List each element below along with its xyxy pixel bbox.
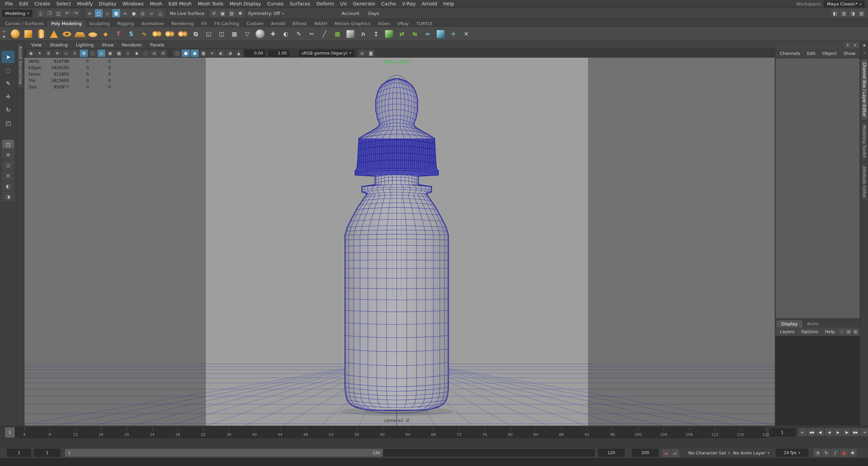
select-tool[interactable]: ➤ [2,51,15,63]
shelf-tab-fx[interactable]: FX [198,20,211,27]
shelf-tab-mash[interactable]: MASH [311,20,331,27]
menu-mesh-display[interactable]: Mesh Display [226,0,264,7]
channel-menu-channels[interactable]: Channels [776,51,804,56]
account-label[interactable]: Account [341,11,359,16]
channel-menu-show[interactable]: Show [840,51,859,56]
gate-mask-icon[interactable]: ▣ [106,49,114,57]
image-plane-icon[interactable]: ▭ [62,49,70,57]
shelf-tab-rendering[interactable]: Rendering [167,20,197,27]
poly-platonic-icon[interactable]: ◆ [99,28,112,40]
redo-icon[interactable]: ↷ [72,9,80,17]
anti-aliasing-icon[interactable]: ▲ [235,49,243,57]
bridge-icon[interactable]: ∩ [357,28,369,40]
channel-menu-object[interactable]: Object [819,51,840,56]
menu-curves[interactable]: Curves [264,0,287,7]
panel-menu-renderer[interactable]: Renderer [118,42,146,47]
character-set-dropdown[interactable]: No Character Set [688,447,730,459]
curve-editing-toggle-icon[interactable]: ◧ [831,9,839,17]
exposure-field[interactable]: 0.00 [244,50,265,57]
layer-menu-layers[interactable]: Layers [776,329,798,334]
tool-settings-toggle-icon[interactable]: ▤ [857,9,866,17]
poly-sphere-icon[interactable] [9,28,21,40]
svg-tool-icon[interactable]: S [125,28,137,40]
safe-title-icon[interactable]: ◆ [133,49,141,57]
wireframe-icon[interactable]: ○ [173,49,181,57]
snap-projected-center-icon[interactable]: ◎ [139,9,147,17]
panel-menu-icon[interactable]: ▾ [852,42,859,48]
menu-file[interactable]: File [2,0,16,7]
snapshot-icon[interactable]: ◙ [367,49,375,57]
set-layer-current-icon[interactable]: ✓ [839,329,845,335]
menu-help[interactable]: Help [440,0,457,7]
shelf-tab-rigging[interactable]: Rigging [114,20,138,27]
create-layer-from-selected-icon[interactable]: ▥ [852,329,859,335]
select-hierarchy-icon[interactable]: ≡ [86,9,94,17]
menu-surfaces[interactable]: Surfaces [287,0,313,7]
boolean-intersection-icon[interactable] [177,28,189,40]
shelf-tab-bifrost[interactable]: Bifrost [289,20,311,27]
layer-menu-options[interactable]: Options [798,329,822,334]
menu-select[interactable]: Select [53,0,74,7]
film-gate-icon[interactable]: ▢ [88,49,97,57]
ipr-render-icon[interactable]: ▤ [228,9,236,17]
snap-curve-icon[interactable]: ≈ [121,9,129,17]
transfer-attributes-icon[interactable] [434,28,447,40]
fill-hole-icon[interactable]: ▦ [228,28,240,40]
screen-space-ao-icon[interactable]: ◑ [226,49,234,57]
menu-deform[interactable]: Deform [313,0,337,7]
bookmark-icon[interactable]: ★ [53,49,61,57]
layer-menu-help[interactable]: Help [822,329,839,334]
bookmark-manager-icon[interactable]: ▱ [671,449,679,457]
panel-menu-panels[interactable]: Panels [146,42,169,47]
menu-mesh-tools[interactable]: Mesh Tools [195,0,226,7]
menu-edit[interactable]: Edit [16,0,31,7]
side-tab-channel-box-layer-editor[interactable]: Channel Box / Layer Editor [861,59,868,120]
shadows-icon[interactable]: ◐ [217,49,225,57]
undo-icon[interactable]: ↶ [63,9,71,17]
layout-outliner-persp[interactable]: ◧ [2,182,14,191]
step-back-key-button[interactable]: ◀◀ [807,428,815,436]
shelf-tab-arnold[interactable]: Arnold [267,20,289,27]
boolean-difference-icon[interactable] [164,28,176,40]
layout-four-pane[interactable]: ⊞ [2,150,14,159]
extract-icon[interactable]: ◫ [215,28,228,40]
select-object-icon[interactable]: □ [95,9,103,17]
viewcube-icon[interactable]: ⊟ [159,49,167,57]
current-frame-marker[interactable]: 1 [5,427,15,438]
menu-v-ray[interactable]: V-Ray [399,0,419,7]
separate-icon[interactable]: ◱ [202,28,215,40]
2d-pan-zoom-icon[interactable]: ✛ [71,49,79,57]
render-settings-icon[interactable]: ✱ [236,9,244,17]
make-live-icon[interactable]: △ [156,9,164,17]
live-surface-label[interactable]: No Live Surface [170,11,204,16]
trial-days-label[interactable]: Days [368,11,379,16]
panel-menu-shading[interactable]: Shading [46,42,72,47]
new-scene-icon[interactable]: ▯ [37,9,45,17]
sweep-mesh-icon[interactable]: ∿ [138,28,150,40]
combine-icon[interactable]: ⧉ [190,28,202,40]
sculpt-tool-icon[interactable]: ◐ [280,28,292,40]
attribute-editor-toggle-icon[interactable]: ◨ [849,9,857,17]
toolbar-grip[interactable] [33,10,35,17]
poly-cube-icon[interactable] [22,28,34,40]
arnold-renderview-tab[interactable]: Arnold RenderView [17,43,24,88]
poly-plane-icon[interactable] [74,28,86,40]
scale-tool[interactable]: ◰ [2,117,15,129]
render-icon[interactable]: ▣ [219,9,227,17]
lock-camera-icon[interactable]: ✦ [36,49,44,57]
current-time-field[interactable]: 1 [769,428,795,437]
range-slider-track[interactable]: 1 120 [65,449,595,457]
extrude-icon[interactable]: ↥ [370,28,382,40]
flip-icon[interactable]: ⇄ [396,28,408,40]
append-to-poly-icon[interactable]: ✚ [267,28,279,40]
workspace-selector[interactable]: Workspace: Maya Classic* [796,1,868,7]
shelf-tab-turtle[interactable]: TURTLE [412,20,436,27]
snap-grid-icon[interactable]: ▦ [112,9,120,17]
camera-attributes-icon[interactable]: ≣ [44,49,53,57]
crease-tool-icon[interactable]: ✎ [293,28,305,40]
move-tool[interactable]: ✛ [2,90,15,103]
step-forward-frame-button[interactable]: |▶ [843,428,851,436]
layer-list[interactable] [775,336,860,425]
auto-keyframe-icon[interactable]: ● [840,449,848,457]
shelf-tab-menu-icon[interactable]: ▾ [1,28,7,34]
